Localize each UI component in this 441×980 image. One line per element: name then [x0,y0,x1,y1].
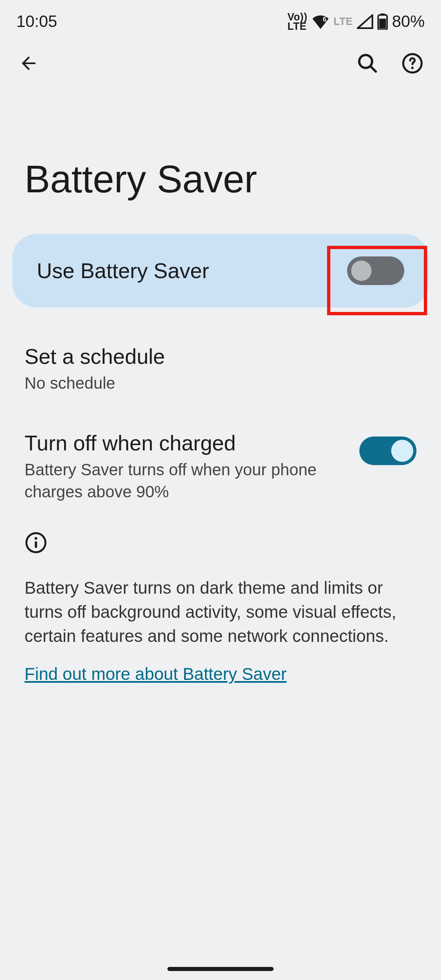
help-icon [401,52,423,74]
use-battery-saver-toggle[interactable] [347,256,404,285]
battery-icon [377,13,388,30]
svg-point-7 [411,67,414,69]
wifi-icon: 6 [312,14,330,29]
toggle-thumb [391,440,413,462]
set-schedule-title: Set a schedule [24,344,416,369]
status-bar: 10:05 Vo))LTE 6 LTE 80% [0,0,441,35]
turn-off-charged-toggle[interactable] [359,437,416,465]
set-schedule-subtitle: No schedule [24,372,416,394]
search-icon [356,52,379,74]
svg-rect-10 [35,541,37,548]
battery-percent: 80% [392,12,425,31]
arrow-back-icon [18,53,39,74]
toggle-thumb [351,261,372,281]
turn-off-when-charged-row[interactable]: Turn off when charged Battery Saver turn… [0,410,441,519]
battery-saver-description: Battery Saver turns on dark theme and li… [0,568,441,656]
app-bar [0,35,441,84]
svg-line-5 [370,66,376,72]
set-schedule-row[interactable]: Set a schedule No schedule [0,332,441,410]
svg-point-9 [35,537,38,540]
status-icons: Vo))LTE 6 LTE 80% [287,12,425,31]
signal-icon [357,14,373,29]
back-button[interactable] [16,51,41,76]
use-battery-saver-row[interactable]: Use Battery Saver [12,234,429,307]
navigation-pill[interactable] [167,967,274,971]
turn-off-charged-title: Turn off when charged [24,431,347,455]
svg-rect-3 [379,18,386,29]
status-time: 10:05 [16,12,57,31]
help-button[interactable] [400,51,425,76]
search-button[interactable] [355,51,380,76]
info-icon [24,531,47,554]
info-section-icon [0,519,441,568]
volte-icon: Vo))LTE [287,12,307,31]
use-battery-saver-label: Use Battery Saver [37,258,209,283]
learn-more-link[interactable]: Find out more about Battery Saver [24,664,287,684]
svg-text:6: 6 [323,16,326,23]
page-title: Battery Saver [0,84,441,234]
lte-label: LTE [334,15,353,28]
turn-off-charged-subtitle: Battery Saver turns off when your phone … [24,459,347,503]
